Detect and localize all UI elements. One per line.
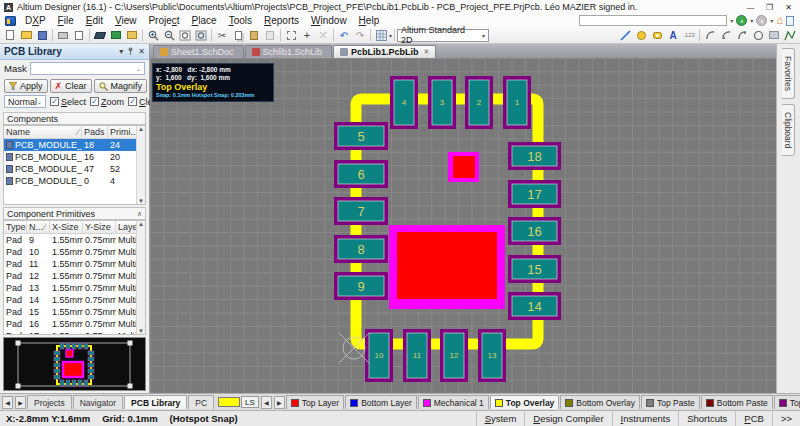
column-name[interactable]: Name∕ — [4, 126, 82, 138]
pad-6-number[interactable]: 6 — [357, 167, 364, 182]
pad-tool-icon[interactable] — [649, 28, 665, 42]
layer-tab-bottom-overlay[interactable]: Bottom Overlay — [560, 395, 640, 409]
side-tab-clipboard[interactable]: Clipboard — [782, 104, 795, 156]
menu-help[interactable]: Help — [353, 15, 386, 26]
status-pcb[interactable]: PCB — [735, 411, 772, 426]
pad-4-number[interactable]: 4 — [402, 98, 407, 107]
new-document-icon[interactable] — [2, 28, 18, 42]
column-y-size[interactable]: Y-Size — [83, 221, 116, 233]
arc-center-tool-icon[interactable] — [718, 28, 734, 42]
mode-combo[interactable]: Normal⌄ — [4, 95, 46, 108]
close-button[interactable]: ✕ — [779, 1, 798, 14]
column-x-size[interactable]: X-Size — [50, 221, 83, 233]
side-tab-favorites[interactable]: Favorites — [782, 48, 795, 99]
primitive-row[interactable]: Pad111.55mm0.75mmMultiLay — [4, 258, 136, 270]
forward-dropdown-icon[interactable]: ▾ — [770, 17, 773, 24]
pad-15-number[interactable]: 15 — [527, 262, 541, 277]
panel-close-icon[interactable]: ✕ — [138, 47, 145, 56]
component-icon[interactable] — [108, 28, 124, 42]
component-row[interactable]: PCB_MODULE_BLUETOO1824 — [4, 139, 136, 151]
small-region[interactable] — [453, 156, 475, 178]
column-number[interactable]: N...∕ — [27, 221, 50, 233]
pad-9-number[interactable]: 9 — [357, 279, 364, 294]
layer-tab-top-paste[interactable]: Top Paste — [641, 395, 700, 409]
pad-8-number[interactable]: 8 — [357, 242, 364, 257]
pad-12-number[interactable]: 12 — [450, 351, 459, 360]
view-mode-combo[interactable]: Altium Standard 2D ▾ — [397, 29, 489, 42]
arc-edge-tool-icon[interactable] — [702, 28, 718, 42]
layer-tab-mechanical-1[interactable]: Mechanical 1 — [418, 395, 489, 409]
save-icon[interactable] — [34, 28, 50, 42]
pad-14-number[interactable]: 14 — [527, 299, 541, 314]
menu-reports[interactable]: Reports — [258, 15, 305, 26]
zoom-out-icon[interactable] — [161, 28, 177, 42]
status-design-compiler[interactable]: Design Compiler — [524, 411, 611, 426]
maximize-button[interactable]: ❐ — [760, 1, 779, 14]
copy-icon[interactable] — [230, 28, 246, 42]
pad-7-number[interactable]: 7 — [357, 204, 364, 219]
pad-10-number[interactable]: 10 — [375, 351, 384, 360]
clear-button[interactable]: ✗ Clear — [50, 79, 92, 93]
panel-tab-pc[interactable]: PC — [188, 395, 214, 409]
pad-3-number[interactable]: 3 — [440, 98, 445, 107]
dimension-tool-icon[interactable]: .123 — [681, 28, 697, 42]
primitive-row[interactable]: Pad141.55mm0.75mmMultiLay — [4, 294, 136, 306]
status-system[interactable]: System — [476, 411, 525, 426]
primitive-row[interactable]: Pad91.55mm0.75mmMultiLay — [4, 234, 136, 246]
panel-tab-pcb-library[interactable]: PCB Library — [124, 395, 187, 409]
column-type[interactable]: Type — [4, 221, 27, 233]
footprint-preview[interactable] — [3, 337, 146, 391]
component-row[interactable]: PCB_MODULE_MICROCI04 — [4, 175, 136, 187]
primitives-scrollbar[interactable]: ▲▼ — [136, 221, 145, 334]
move-icon[interactable]: + — [299, 28, 315, 42]
arc-any-angle-tool-icon[interactable] — [734, 28, 750, 42]
column-primitives[interactable]: Primi... — [108, 126, 136, 138]
menu-project[interactable]: Project — [142, 15, 185, 26]
status-shortcuts[interactable]: Shortcuts — [678, 411, 735, 426]
dxp-logo-icon[interactable] — [5, 16, 16, 26]
panel-tab-navigator[interactable]: Navigator — [73, 395, 123, 409]
room-tool-icon[interactable] — [766, 28, 782, 42]
pad-18-number[interactable]: 18 — [527, 149, 541, 164]
paste-icon[interactable] — [246, 28, 262, 42]
menu-place[interactable]: Place — [186, 15, 223, 26]
redo-icon[interactable]: ↷ — [352, 28, 368, 42]
layer-tab-bottom-paste[interactable]: Bottom Paste — [701, 395, 773, 409]
doc-tab-sheet1.schdoc[interactable]: Sheet1.SchDoc — [153, 45, 244, 58]
panel-tabs-scroll-right-icon[interactable]: ▶ — [15, 396, 26, 409]
layers-scroll-left-icon[interactable]: ◀ — [261, 396, 272, 409]
menu-dxp[interactable]: DXP — [19, 15, 52, 26]
zoom-selected-icon[interactable] — [193, 28, 209, 42]
primitive-row[interactable]: Pad131.55mm0.75mmMultiLay — [4, 282, 136, 294]
layer-tab-bottom-layer[interactable]: Bottom Layer — [345, 395, 417, 409]
menu-tools[interactable]: Tools — [223, 15, 258, 26]
panel-pin-icon[interactable] — [127, 47, 134, 57]
menu-view[interactable]: View — [109, 15, 143, 26]
grid-icon[interactable] — [373, 28, 389, 42]
back-icon[interactable]: ‹ — [736, 15, 747, 26]
layer-tab-top-layer[interactable]: Top Layer — [286, 395, 344, 409]
panel-tab-projects[interactable]: Projects — [27, 395, 72, 409]
layer-tab-top-solder[interactable]: Top Solder — [774, 395, 800, 409]
line-tool-icon[interactable] — [617, 28, 633, 42]
pad-13-number[interactable]: 13 — [488, 351, 497, 360]
primitive-row[interactable]: Pad161.55mm0.75mmMultiLay — [4, 318, 136, 330]
select-area-icon[interactable] — [283, 28, 299, 42]
primitive-row[interactable]: Pad121.55mm0.75mmMultiLay — [4, 270, 136, 282]
back-dropdown-icon[interactable]: ▾ — [750, 17, 753, 24]
pad-17-number[interactable]: 17 — [527, 187, 541, 202]
column-pads[interactable]: Pads — [82, 126, 108, 138]
menu-file[interactable]: File — [52, 15, 80, 26]
current-layer-swatch[interactable] — [218, 397, 240, 407]
doc-tab-pcblib1.pcblib[interactable]: PcbLib1.PcbLib✕ — [333, 45, 436, 58]
layers-scroll-right-icon[interactable]: ▶ — [274, 396, 285, 409]
forward-icon[interactable]: › — [756, 15, 767, 26]
pad-16-number[interactable]: 16 — [527, 224, 541, 239]
zoom-in-icon[interactable] — [145, 28, 161, 42]
components-scrollbar[interactable]: ▲▼ — [136, 126, 145, 204]
menu-edit[interactable]: Edit — [80, 15, 109, 26]
print-preview-icon[interactable] — [71, 28, 87, 42]
zoom-region-icon[interactable] — [177, 28, 193, 42]
column-layer[interactable]: Layer — [116, 221, 136, 233]
primitive-row[interactable]: Pad171.55mm0.75mmMultiLay — [4, 330, 136, 335]
